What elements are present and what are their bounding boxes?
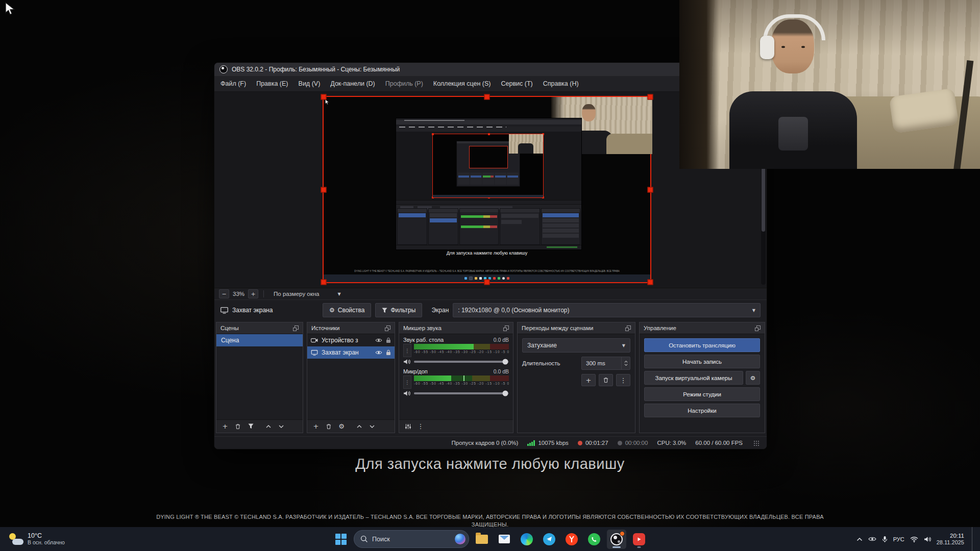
duration-spinbox[interactable]: 300 ms [581,357,630,370]
menu-help[interactable]: Справка (H) [538,76,584,91]
gear-icon: ⚙ [329,307,335,314]
source-properties-button[interactable]: ⚙ [336,421,347,431]
properties-button[interactable]: ⚙ Свойства [323,303,371,317]
yandex-browser-icon[interactable] [562,530,581,549]
language-indicator[interactable]: РУС [893,536,904,542]
transitions-panel: Переходы между сценами Затухание ▼ Длите… [517,322,635,433]
resize-grip[interactable] [753,440,760,446]
sources-panel: Источники Устройство з Захват экран [307,322,395,433]
add-transition-button[interactable]: + [581,374,596,386]
eye-icon[interactable] [375,338,382,343]
whatsapp-app-icon[interactable] [584,530,604,549]
record-dot-icon [618,441,622,445]
remove-transition-button[interactable] [599,374,613,386]
show-desktop-button[interactable] [972,527,974,551]
add-source-button[interactable]: + [311,421,321,431]
lock-icon[interactable] [386,337,391,343]
dropped-frames-status: Пропуск кадров 0 (0.0%) [452,440,519,446]
transition-menu-button[interactable]: ⋮ [616,374,630,386]
preview-copyright: DYING LIGHT ® THE BEAST © TECHLAND S.A. … [337,270,638,272]
zoom-out-button[interactable]: − [219,289,229,298]
transitions-panel-header[interactable]: Переходы между сценами [518,322,635,334]
transform-handle[interactable] [321,94,327,100]
add-scene-button[interactable]: + [220,421,230,431]
eye-icon[interactable] [375,350,382,355]
scene-move-down-button[interactable] [276,421,286,431]
speaker-icon[interactable] [403,390,410,396]
obs-app-icon[interactable] [607,530,626,549]
weather-widget[interactable]: 10°C В осн. облачно [5,529,68,549]
selected-source: Захват экрана [220,307,318,314]
controls-panel-header[interactable]: Управление [640,322,765,334]
transform-handle[interactable] [484,94,490,100]
scene-filters-button[interactable] [246,421,256,431]
scene-move-up-button[interactable] [263,421,274,431]
virtual-camera-settings-button[interactable]: ⚙ [746,371,760,385]
dock-popout-icon[interactable] [755,325,761,331]
scene-list-item[interactable]: Сцена [216,334,303,346]
speaker-icon[interactable] [403,359,410,365]
menu-edit[interactable]: Правка (E) [251,76,293,91]
menu-file[interactable]: Файл (F) [215,76,251,91]
stop-streaming-button[interactable]: Остановить трансляцию [644,338,760,352]
volume-slider[interactable] [414,361,509,363]
channel-menu-button[interactable]: ⋮ [403,375,411,389]
virtual-camera-button[interactable]: Запуск виртуальной камеры [644,371,743,385]
studio-mode-button[interactable]: Режим студии [644,387,760,401]
mail-app-icon[interactable] [495,530,514,549]
menu-view[interactable]: Вид (V) [293,76,326,91]
weather-temp: 10°C [28,533,65,539]
mixer-menu-button[interactable]: ⋮ [415,421,426,431]
telegram-app-icon[interactable] [540,530,559,549]
spin-arrows[interactable] [621,357,630,369]
advanced-audio-button[interactable] [403,421,413,431]
chevron-up-icon[interactable] [856,537,863,541]
transform-handle[interactable] [321,187,327,192]
tray-eye-icon[interactable] [868,536,876,542]
menu-scene-collection[interactable]: Коллекция сцен (S) [428,76,496,91]
source-list-item[interactable]: Захват экран [307,346,395,359]
settings-button[interactable]: Настройки [644,404,760,417]
clock[interactable]: 20:11 28.11.2025 [937,533,964,546]
dock-popout-icon[interactable] [385,325,390,331]
dock-popout-icon[interactable] [625,325,631,331]
file-explorer-icon[interactable] [472,530,492,549]
search-box[interactable]: Поиск [354,530,469,548]
screen-capture-source[interactable]: Для запуска нажмите любую клавишу DYING … [323,96,651,283]
filters-button[interactable]: Фильтры [375,303,422,317]
zoom-in-button[interactable]: + [248,289,258,298]
transform-handle[interactable] [648,187,653,192]
mixer-panel-header[interactable]: Микшер звука [399,322,513,334]
volume-icon[interactable] [924,536,931,542]
source-list-item[interactable]: Устройство з [307,334,395,346]
menu-docks[interactable]: Док-панели (D) [325,76,380,91]
start-recording-button[interactable]: Начать запись [644,355,760,368]
source-move-down-button[interactable] [367,421,377,431]
zoom-fit-dropdown[interactable]: По размеру окна ▼ [269,290,346,297]
wifi-icon[interactable] [910,536,918,542]
dock-popout-icon[interactable] [293,325,299,331]
volume-slider[interactable] [414,392,509,394]
sources-panel-header[interactable]: Источники [307,322,395,334]
source-move-up-button[interactable] [354,421,364,431]
transform-handle[interactable] [648,280,653,285]
transform-handle[interactable] [321,280,327,285]
start-button[interactable] [331,530,351,549]
screen-select-dropdown[interactable]: : 980x551 @ 0,0 (Основной монитор) ▼ [453,303,761,317]
menu-tools[interactable]: Сервис (T) [496,76,537,91]
transform-handle[interactable] [648,94,653,100]
scenes-panel-header[interactable]: Сцены [216,322,303,334]
transition-type-dropdown[interactable]: Затухание ▼ [522,338,630,353]
dock-popout-icon[interactable] [503,325,509,331]
game-app-icon[interactable] [629,530,649,549]
channel-name: Звук раб. стола [403,337,444,343]
tray-mic-icon[interactable] [882,536,888,543]
remove-source-button[interactable] [324,421,334,431]
channel-menu-button[interactable]: ⋮ [403,344,411,357]
transform-handle[interactable] [484,280,490,285]
lock-icon[interactable] [386,349,391,356]
webcam-overlay [679,0,980,169]
remove-scene-button[interactable] [233,421,243,431]
menu-profile[interactable]: Профиль (P) [380,76,428,91]
edge-browser-icon[interactable] [517,530,536,549]
